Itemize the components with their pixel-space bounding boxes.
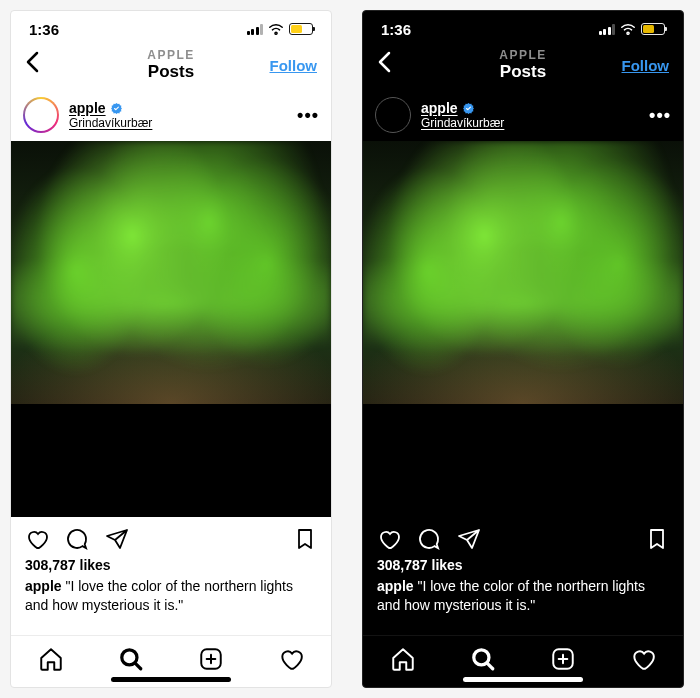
like-icon[interactable] xyxy=(377,527,401,551)
post-more-button[interactable]: ••• xyxy=(649,105,671,126)
wifi-icon xyxy=(268,23,284,35)
tab-add-icon[interactable] xyxy=(198,646,224,672)
phone-light: 1:36 APPLE Posts Follow apple xyxy=(10,10,332,688)
follow-button[interactable]: Follow xyxy=(270,57,318,74)
back-button[interactable] xyxy=(377,51,391,79)
tab-activity-icon[interactable] xyxy=(278,646,304,672)
tab-search-icon[interactable] xyxy=(470,646,496,672)
back-button[interactable] xyxy=(25,51,39,79)
home-indicator xyxy=(111,677,231,682)
post-header: apple Grindavíkurbær ••• xyxy=(363,89,683,141)
caption-text: "I love the color of the northern lights… xyxy=(25,578,293,613)
post-username[interactable]: apple xyxy=(69,100,106,116)
avatar[interactable] xyxy=(375,97,411,133)
battery-icon xyxy=(641,23,665,35)
like-icon[interactable] xyxy=(25,527,49,551)
caption-username[interactable]: apple xyxy=(25,578,62,594)
tab-activity-icon[interactable] xyxy=(630,646,656,672)
verified-icon xyxy=(110,102,123,115)
tab-home-icon[interactable] xyxy=(38,646,64,672)
cellular-icon xyxy=(247,24,264,35)
avatar-glyph xyxy=(25,99,57,131)
battery-icon xyxy=(289,23,313,35)
caption-text: "I love the color of the northern lights… xyxy=(377,578,645,613)
bookmark-icon[interactable] xyxy=(645,527,669,551)
tab-search-icon[interactable] xyxy=(118,646,144,672)
share-icon[interactable] xyxy=(457,527,481,551)
tab-home-icon[interactable] xyxy=(390,646,416,672)
share-icon[interactable] xyxy=(105,527,129,551)
caption-username[interactable]: apple xyxy=(377,578,414,594)
post-location[interactable]: Grindavíkurbær xyxy=(421,116,504,130)
cellular-icon xyxy=(599,24,616,35)
post-header: apple Grindavíkurbær ••• xyxy=(11,89,331,141)
comment-icon[interactable] xyxy=(417,527,441,551)
status-bar: 1:36 xyxy=(363,11,683,47)
verified-icon xyxy=(462,102,475,115)
likes-count[interactable]: 308,787 likes xyxy=(363,557,683,577)
status-right xyxy=(247,23,314,35)
post-actions xyxy=(11,517,331,557)
post-actions xyxy=(363,517,683,557)
likes-count[interactable]: 308,787 likes xyxy=(11,557,331,577)
post-username[interactable]: apple xyxy=(421,100,458,116)
post-caption: apple "I love the color of the northern … xyxy=(11,577,331,615)
post-more-button[interactable]: ••• xyxy=(297,105,319,126)
nav-header: APPLE Posts Follow xyxy=(11,47,331,89)
bookmark-icon[interactable] xyxy=(293,527,317,551)
status-time: 1:36 xyxy=(381,21,411,38)
status-right xyxy=(599,23,666,35)
follow-button[interactable]: Follow xyxy=(622,57,670,74)
wifi-icon xyxy=(620,23,636,35)
nav-header: APPLE Posts Follow xyxy=(363,47,683,89)
post-image[interactable] xyxy=(11,141,331,517)
phone-dark: 1:36 APPLE Posts Follow apple xyxy=(362,10,684,688)
status-time: 1:36 xyxy=(29,21,59,38)
post-image[interactable] xyxy=(363,141,683,517)
post-location[interactable]: Grindavíkurbær xyxy=(69,116,152,130)
home-indicator xyxy=(463,677,583,682)
avatar[interactable] xyxy=(23,97,59,133)
status-bar: 1:36 xyxy=(11,11,331,47)
post-caption: apple "I love the color of the northern … xyxy=(363,577,683,615)
comment-icon[interactable] xyxy=(65,527,89,551)
avatar-glyph xyxy=(378,100,409,131)
tab-add-icon[interactable] xyxy=(550,646,576,672)
